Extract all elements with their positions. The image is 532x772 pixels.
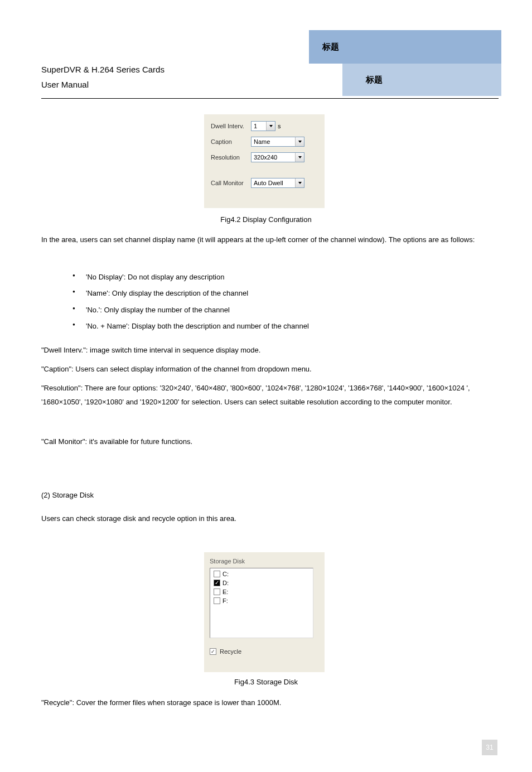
call-monitor-label: Call Monitor [211, 180, 251, 186]
para-caption: "Caption": Users can select display info… [41, 363, 491, 377]
resolution-label: Resolution [211, 154, 251, 161]
caption-options-list: 'No Display': Do not display any descrip… [72, 270, 496, 335]
list-item: 'No. + Name': Display both the descripti… [72, 319, 496, 333]
storage-disk-panel: Storage Disk C: ✓ D: E: F: Recycle [204, 552, 325, 672]
header-tab-large-label: 标题 [322, 42, 339, 52]
para-dwell: "Dwell Interv.": image switch time inter… [41, 344, 491, 358]
page-number: 31 [482, 740, 497, 755]
figure-caption-2: Fig4.3 Storage Disk [41, 678, 491, 686]
header-rule [41, 98, 499, 99]
storage-disk-title: Storage Disk [210, 558, 319, 564]
list-item: 'No Display': Do not display any descrip… [72, 270, 496, 284]
display-config-panel: Dwell Interv. 1 s Caption Name Resolutio… [204, 114, 325, 208]
call-monitor-value: Auto Dwell [254, 180, 283, 186]
dwell-interval-value: 1 [254, 123, 257, 129]
section-heading-storage: (2) Storage Disk [41, 491, 94, 499]
para-display-intro: In the area, users can set channel displ… [41, 233, 491, 247]
disk-label: D: [223, 580, 229, 586]
header-tab-small: 标题 [342, 64, 501, 96]
checkbox-disk-e[interactable] [214, 588, 220, 595]
dwell-unit: s [278, 123, 281, 129]
disk-label: C: [223, 571, 229, 577]
doc-title-line2: User Manual [41, 80, 309, 89]
checkbox-disk-c[interactable] [214, 571, 220, 577]
disk-row-e: E: [214, 587, 309, 596]
para-storage-intro: Users can check storage disk and recycle… [41, 512, 491, 526]
list-item: 'Name': Only display the description of … [72, 286, 496, 300]
header-tab-large: 标题 [309, 30, 501, 64]
para-call-monitor: "Call Monitor": it's available for futur… [41, 435, 491, 449]
chevron-down-icon[interactable] [266, 122, 275, 131]
chevron-down-icon[interactable] [295, 178, 304, 187]
disk-row-c: C: [214, 570, 309, 578]
dwell-interval-select[interactable]: 1 [251, 121, 275, 131]
para-recycle: "Recycle": Cover the former files when s… [41, 696, 491, 710]
disk-row-d: ✓ D: [214, 578, 309, 587]
list-item: 'No.': Only display the number of the ch… [72, 303, 496, 317]
caption-label: Caption [211, 138, 251, 145]
disk-label: F: [223, 597, 228, 604]
doc-title-line1: SuperDVR & H.264 Series Cards [41, 65, 309, 74]
figure-caption-1: Fig4.2 Display Configuration [41, 215, 491, 224]
dwell-interval-label: Dwell Interv. [211, 123, 251, 129]
para-resolution: "Resolution": There are four options: '3… [41, 382, 491, 409]
storage-disk-list[interactable]: C: ✓ D: E: F: [210, 568, 313, 638]
checkbox-disk-d[interactable]: ✓ [214, 580, 220, 586]
chevron-down-icon[interactable] [295, 153, 304, 162]
disk-label: E: [223, 588, 228, 595]
checkbox-disk-f[interactable] [214, 597, 220, 604]
checkbox-recycle[interactable] [210, 648, 216, 655]
header-tab-small-label: 标题 [366, 75, 383, 85]
chevron-down-icon[interactable] [295, 137, 304, 146]
document-header: SuperDVR & H.264 Series Cards User Manua… [41, 65, 309, 94]
resolution-select[interactable]: 320x240 [251, 152, 304, 162]
resolution-value: 320x240 [254, 154, 277, 161]
disk-row-f: F: [214, 596, 309, 605]
recycle-label: Recycle [220, 648, 241, 655]
call-monitor-select[interactable]: Auto Dwell [251, 178, 304, 188]
caption-select[interactable]: Name [251, 137, 304, 147]
caption-value: Name [254, 138, 270, 145]
